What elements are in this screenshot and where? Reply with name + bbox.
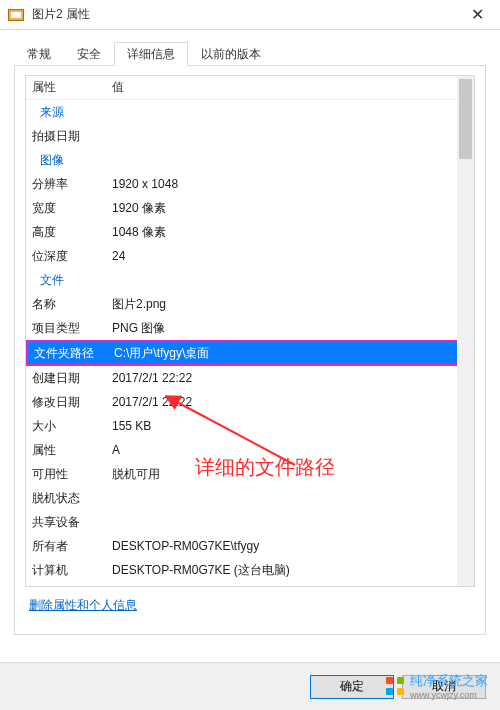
label: 大小 bbox=[26, 418, 106, 435]
value: DESKTOP-RM0G7KE\tfygy bbox=[106, 539, 474, 553]
label: 文件夹路径 bbox=[28, 345, 108, 362]
remove-properties-link-row: 删除属性和个人信息 bbox=[25, 597, 475, 614]
row-folder-path[interactable]: 文件夹路径C:\用户\tfygy\桌面 bbox=[26, 340, 474, 366]
header-property: 属性 bbox=[26, 79, 106, 96]
value: 155 KB bbox=[106, 419, 474, 433]
row-created[interactable]: 创建日期2017/2/1 22:22 bbox=[26, 366, 474, 390]
header-value: 值 bbox=[106, 79, 474, 96]
ok-button[interactable]: 确定 bbox=[310, 675, 394, 699]
label: 宽度 bbox=[26, 200, 106, 217]
row-modified[interactable]: 修改日期2017/2/1 22:22 bbox=[26, 390, 474, 414]
value: DESKTOP-RM0G7KE (这台电脑) bbox=[106, 562, 474, 579]
value: 1048 像素 bbox=[106, 224, 474, 241]
value: 24 bbox=[106, 249, 474, 263]
window-title: 图片2 属性 bbox=[32, 6, 90, 23]
row-width[interactable]: 宽度1920 像素 bbox=[26, 196, 474, 220]
value: 2017/2/1 22:22 bbox=[106, 371, 474, 385]
tab-security[interactable]: 安全 bbox=[64, 42, 114, 66]
tab-general[interactable]: 常规 bbox=[14, 42, 64, 66]
row-resolution[interactable]: 分辨率1920 x 1048 bbox=[26, 172, 474, 196]
label: 属性 bbox=[26, 442, 106, 459]
label: 可用性 bbox=[26, 466, 106, 483]
scrollbar-thumb[interactable] bbox=[459, 79, 472, 159]
label: 所有者 bbox=[26, 538, 106, 555]
tab-strip: 常规 安全 详细信息 以前的版本 bbox=[14, 42, 486, 66]
label: 位深度 bbox=[26, 248, 106, 265]
section-source: 来源 bbox=[26, 100, 474, 124]
row-shared-device[interactable]: 共享设备 bbox=[26, 510, 474, 534]
row-item-type[interactable]: 项目类型PNG 图像 bbox=[26, 316, 474, 340]
label: 分辨率 bbox=[26, 176, 106, 193]
list-header: 属性 值 bbox=[26, 76, 474, 100]
label: 名称 bbox=[26, 296, 106, 313]
row-height[interactable]: 高度1048 像素 bbox=[26, 220, 474, 244]
value: 1920 x 1048 bbox=[106, 177, 474, 191]
value: 2017/2/1 22:22 bbox=[106, 395, 474, 409]
row-name[interactable]: 名称图片2.png bbox=[26, 292, 474, 316]
value: 图片2.png bbox=[106, 296, 474, 313]
label: 高度 bbox=[26, 224, 106, 241]
value: PNG 图像 bbox=[106, 320, 474, 337]
close-button[interactable]: ✕ bbox=[454, 0, 500, 30]
value: 1920 像素 bbox=[106, 200, 474, 217]
row-offline-status[interactable]: 脱机状态 bbox=[26, 486, 474, 510]
label: 创建日期 bbox=[26, 370, 106, 387]
label: 修改日期 bbox=[26, 394, 106, 411]
title-bar: 图片2 属性 ✕ bbox=[0, 0, 500, 30]
app-icon bbox=[8, 9, 24, 21]
row-owner[interactable]: 所有者DESKTOP-RM0G7KE\tfygy bbox=[26, 534, 474, 558]
details-panel: 属性 值 来源 拍摄日期 图像 分辨率1920 x 1048 宽度1920 像素… bbox=[14, 65, 486, 635]
label: 计算机 bbox=[26, 562, 106, 579]
label: 项目类型 bbox=[26, 320, 106, 337]
tab-details[interactable]: 详细信息 bbox=[114, 42, 188, 66]
tab-previous-versions[interactable]: 以前的版本 bbox=[188, 42, 274, 66]
label: 脱机状态 bbox=[26, 490, 106, 507]
value: 脱机可用 bbox=[106, 466, 474, 483]
cancel-button[interactable]: 取消 bbox=[402, 675, 486, 699]
row-bit-depth[interactable]: 位深度24 bbox=[26, 244, 474, 268]
remove-properties-link[interactable]: 删除属性和个人信息 bbox=[29, 598, 137, 612]
property-list[interactable]: 属性 值 来源 拍摄日期 图像 分辨率1920 x 1048 宽度1920 像素… bbox=[25, 75, 475, 587]
row-availability[interactable]: 可用性脱机可用 bbox=[26, 462, 474, 486]
scrollbar-vertical[interactable] bbox=[457, 76, 474, 586]
label: 共享设备 bbox=[26, 514, 106, 531]
dialog-buttons: 确定 取消 bbox=[0, 662, 500, 710]
label: 拍摄日期 bbox=[26, 128, 106, 145]
row-attributes[interactable]: 属性A bbox=[26, 438, 474, 462]
row-size[interactable]: 大小155 KB bbox=[26, 414, 474, 438]
section-file: 文件 bbox=[26, 268, 474, 292]
section-image: 图像 bbox=[26, 148, 474, 172]
value: A bbox=[106, 443, 474, 457]
row-computer[interactable]: 计算机DESKTOP-RM0G7KE (这台电脑) bbox=[26, 558, 474, 582]
value: C:\用户\tfygy\桌面 bbox=[108, 345, 472, 362]
row-shot-date[interactable]: 拍摄日期 bbox=[26, 124, 474, 148]
